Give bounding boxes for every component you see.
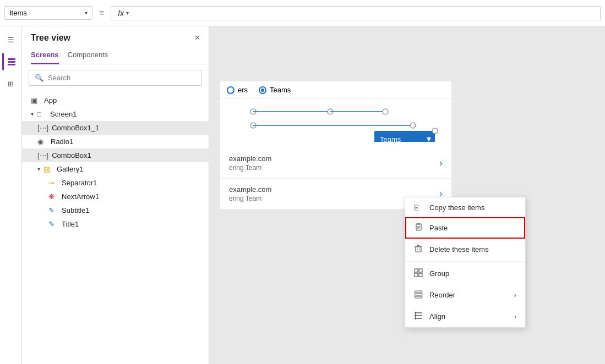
tree-panel-title: Tree view [31,33,70,43]
list-item-row-1: example.com ering Team › [220,148,451,179]
context-menu-paste-label: Paste [429,224,448,232]
context-menu-copy-label: Copy these items [429,203,484,212]
context-menu-delete[interactable]: Delete these items [405,239,525,260]
svg-rect-28 [415,273,418,277]
context-menu-copy[interactable]: ⎘ Copy these items [405,197,525,217]
context-menu-reorder[interactable]: Reorder › [405,284,525,306]
main-area: ☰ ⊞ Tree view × Screens Components 🔍 [0,26,605,364]
tree-panel-header: Tree view × [22,26,209,47]
svg-point-10 [410,123,416,128]
tree-item-subtitle1-label: Subtitle1 [62,206,90,214]
search-input[interactable] [48,74,196,82]
nextarrow1-icon: ❋ [48,192,58,201]
list-item-sub-1: ering Team [229,164,271,172]
tree-content: ▣ App ▾ □ Screen1 [⋯] ComboBox1_1 ◉ Radi… [22,91,209,364]
svg-point-7 [383,109,388,114]
group-icon [414,268,424,279]
connector-svg: Teams ▾ [220,103,451,142]
tab-screens[interactable]: Screens [31,47,59,64]
context-menu: ⎘ Copy these items Paste [405,197,526,328]
tree-panel-close-button[interactable]: × [195,33,200,43]
top-bar: Items ▾ = fx ▾ [0,0,605,26]
svg-text:Teams: Teams [380,135,401,142]
items-dropdown[interactable]: Items ▾ [4,6,92,20]
svg-rect-0 [8,58,15,60]
tree-item-combobox1[interactable]: [⋯] ComboBox1 [22,148,209,162]
items-dropdown-label: Items [9,9,83,17]
radio1-icon: ◉ [37,137,47,146]
svg-rect-32 [415,296,422,298]
svg-rect-31 [415,294,422,295]
list-chevron-1: › [439,157,443,169]
svg-rect-29 [419,273,422,277]
tree-item-combobox1-1[interactable]: [⋯] ComboBox1_1 [22,121,209,135]
reorder-arrow-icon: › [514,291,516,299]
tree-item-separator1-label: Separator1 [62,179,97,187]
separator1-icon: ⊸ [48,179,58,187]
tree-item-screen1[interactable]: ▾ □ Screen1 [22,107,209,121]
tree-item-combobox1-1-label: ComboBox1_1 [52,124,99,132]
context-menu-align[interactable]: Align › [405,306,525,327]
screen1-icon: □ [37,110,47,118]
components-icon-button[interactable]: ⊞ [2,75,20,92]
tree-search[interactable]: 🔍 [29,70,202,86]
app-icon: ▣ [31,96,41,104]
svg-rect-17 [417,223,420,225]
tree-item-title1[interactable]: ✎ Title1 [22,217,209,231]
items-dropdown-chevron: ▾ [85,10,88,16]
svg-rect-27 [419,269,422,272]
subtitle1-icon: ✎ [48,206,58,214]
radio-row: ers Teams [220,81,451,99]
gallery1-icon: ▨ [43,165,53,173]
combobox1-icon: [⋯] [37,151,48,159]
fx-bar[interactable]: fx ▾ [111,6,601,20]
layers-icon-button[interactable] [2,53,20,70]
fx-label: fx [118,9,124,18]
title1-icon: ✎ [48,220,58,228]
radio-option-ers: ers [227,86,248,94]
copy-icon: ⎘ [414,203,424,212]
tree-item-combobox1-label: ComboBox1 [52,151,91,159]
search-icon: 🔍 [35,74,43,82]
radio-label-ers: ers [238,86,248,94]
svg-rect-21 [416,247,421,252]
tree-item-app-label: App [44,96,57,104]
tree-item-gallery1[interactable]: ▾ ▨ Gallery1 [22,162,209,176]
list-item-sub-2: ering Team [229,195,271,202]
reorder-icon [414,290,424,300]
tree-item-radio1-label: Radio1 [51,137,73,146]
tree-item-nextarrow1[interactable]: ❋ NextArrow1 [22,190,209,203]
delete-icon [414,244,424,255]
radio-option-teams: Teams [259,86,291,94]
context-menu-divider-1 [405,261,525,262]
list-item-info-1: example.com ering Team [229,155,271,172]
hamburger-icon-button[interactable]: ☰ [2,31,20,48]
tree-item-app[interactable]: ▣ App [22,93,209,107]
context-menu-delete-label: Delete these items [429,245,489,253]
align-icon [414,311,424,322]
tree-item-separator1[interactable]: ⊸ Separator1 [22,176,209,190]
context-menu-paste[interactable]: Paste [405,217,525,239]
tree-item-subtitle1[interactable]: ✎ Subtitle1 [22,203,209,217]
svg-text:▾: ▾ [427,134,431,142]
radio-label-teams: Teams [270,86,291,94]
tree-item-title1-label: Title1 [62,220,79,228]
context-menu-group[interactable]: Group [405,263,525,284]
tree-item-radio1[interactable]: ◉ Radio1 [22,135,209,148]
tree-item-gallery1-label: Gallery1 [57,165,83,173]
context-menu-group-label: Group [429,269,449,278]
radio-circle-ers [227,86,235,94]
svg-rect-26 [415,269,418,272]
combo-connector-area: Teams ▾ [220,99,451,148]
paste-icon [414,223,424,233]
tree-tabs: Screens Components [22,47,209,64]
gallery1-chevron: ▾ [37,166,40,172]
left-toolbar: ☰ ⊞ [0,26,22,364]
screen1-chevron: ▾ [31,111,34,117]
radio-circle-teams [259,86,266,94]
list-item-main-2: example.com [229,185,271,194]
context-menu-align-label: Align [429,312,445,321]
list-item-main-1: example.com [229,155,271,163]
svg-rect-2 [8,64,15,65]
tab-components[interactable]: Components [68,47,108,64]
